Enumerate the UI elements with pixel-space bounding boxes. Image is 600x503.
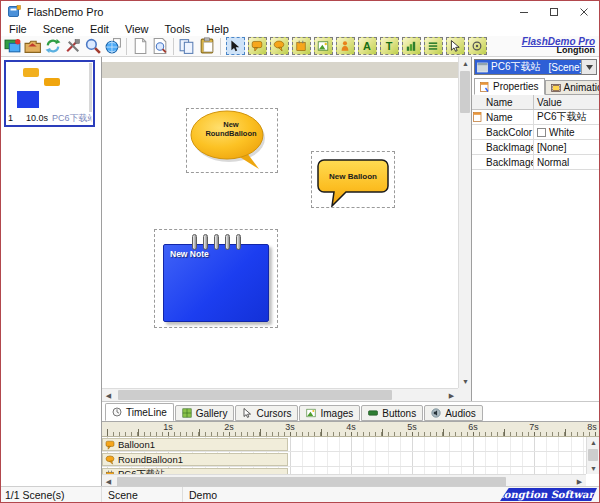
note-ring <box>203 234 208 250</box>
menu-edit[interactable]: Edit <box>82 22 117 36</box>
status-brand-banner: Longtion Software <box>500 488 597 501</box>
status-demo-label: Demo <box>183 489 500 501</box>
canvas-vertical-scrollbar[interactable]: ▲ ▼ <box>458 57 471 388</box>
properties-tab-bar: Properties Animation <box>474 78 597 95</box>
app-window: FlashDemo Pro File Scene Edit View Tools… <box>0 0 600 503</box>
scenes-panel: 1 10.0s PC6下载站 <box>1 57 102 486</box>
note-label: New Note <box>170 249 209 259</box>
balloon-object[interactable]: New Balloon <box>311 151 395 208</box>
selector-dropdown-button[interactable] <box>581 60 596 74</box>
close-button[interactable] <box>569 1 599 22</box>
ruler-label: 8s <box>586 422 598 432</box>
color-swatch <box>537 128 546 137</box>
copy-icon[interactable] <box>178 37 196 55</box>
property-value: Normal <box>537 157 569 168</box>
scroll-down-icon[interactable]: ▼ <box>587 463 600 474</box>
table-row[interactable]: BackColor White <box>472 125 599 140</box>
timeline-tracks: Balloon1 RoundBalloon1 PC6下载站 <box>102 437 586 474</box>
scene-thumbnail-label: 1 10.0s PC6下载站 <box>7 112 92 124</box>
tab-buttons[interactable]: Buttons <box>361 405 423 421</box>
table-row[interactable]: BackImageSty Normal <box>472 155 599 170</box>
zoom-icon[interactable] <box>84 37 102 55</box>
vertical-scroll-thumb[interactable] <box>460 71 470 113</box>
menu-help[interactable]: Help <box>198 22 237 36</box>
preview-icon[interactable] <box>151 37 169 55</box>
round-balloon-tool[interactable] <box>270 37 289 55</box>
image-tool[interactable] <box>314 37 333 55</box>
cursor-tool[interactable] <box>446 37 465 55</box>
tab-properties[interactable]: Properties <box>474 78 545 95</box>
tab-timeline-label: TimeLine <box>126 407 167 418</box>
note-ring <box>225 234 230 250</box>
buttons-icon <box>368 408 378 418</box>
ruler-label: 2s <box>223 422 235 432</box>
tab-audios[interactable]: Audios <box>424 405 483 421</box>
tab-gallery[interactable]: Gallery <box>175 405 235 421</box>
text-a-tool[interactable]: A <box>358 37 377 55</box>
property-name: BackImageSty <box>486 157 534 168</box>
web-preview-icon[interactable] <box>104 37 122 55</box>
header-value[interactable]: Value <box>534 95 599 109</box>
effect-tool[interactable] <box>468 37 487 55</box>
horizontal-scroll-thumb[interactable] <box>118 390 392 400</box>
scroll-up-icon[interactable]: ▲ <box>587 437 600 448</box>
tools-icon[interactable] <box>64 37 82 55</box>
new-scene-icon[interactable] <box>131 37 149 55</box>
table-row[interactable]: Name PC6下载站 <box>472 110 599 125</box>
menu-view[interactable]: View <box>117 22 157 36</box>
character-tool[interactable] <box>336 37 355 55</box>
ruler-label: 1s <box>162 422 174 432</box>
tab-cursors[interactable]: Cursors <box>235 405 298 421</box>
round-balloon-icon <box>105 455 115 465</box>
timeline-object-bar[interactable]: RoundBalloon1 <box>102 453 288 466</box>
tab-images-label: Images <box>320 408 353 419</box>
stage-margin <box>102 62 458 78</box>
scene-name: PC6下载站 <box>52 112 92 125</box>
note-shape: New Note <box>163 244 269 322</box>
balloon-tool[interactable] <box>248 37 267 55</box>
stage[interactable]: New RoundBalloon New Balloon <box>102 57 458 388</box>
canvas-horizontal-scrollbar[interactable]: ◀ ▶ <box>102 388 458 401</box>
menu-tools[interactable]: Tools <box>157 22 199 36</box>
status-scenes: 1/1 Scene(s) <box>1 487 102 502</box>
select-tool[interactable] <box>226 37 245 55</box>
chart-tool[interactable] <box>402 37 421 55</box>
note-tool[interactable] <box>292 37 311 55</box>
tab-timeline[interactable]: TimeLine <box>105 403 174 421</box>
balloon-label: New Balloon <box>318 160 388 192</box>
minimize-button[interactable] <box>509 1 539 22</box>
tab-images[interactable]: Images <box>299 405 360 421</box>
open-project-icon[interactable] <box>24 37 42 55</box>
media-gallery-icon[interactable] <box>4 37 22 55</box>
status-scene-label: Scene <box>102 487 183 502</box>
scene-thumbnail[interactable]: 1 10.0s PC6下载站 <box>4 60 95 127</box>
title-bar: FlashDemo Pro <box>1 1 599 22</box>
table-row[interactable]: BackImage [None] <box>472 140 599 155</box>
text-t-tool[interactable]: T <box>380 37 399 55</box>
header-name[interactable]: Name <box>472 95 534 109</box>
clock-icon <box>112 407 122 417</box>
ruler-label: 3s <box>284 422 296 432</box>
publish-icon[interactable] <box>44 37 62 55</box>
scrollbar-corner <box>458 388 471 401</box>
note-ring <box>192 234 197 250</box>
menu-list-tool[interactable] <box>424 37 443 55</box>
roundballoon-object[interactable]: New RoundBalloon <box>186 108 278 173</box>
canvas-area: New RoundBalloon New Balloon <box>102 57 471 401</box>
vertical-scroll-thumb[interactable] <box>588 449 598 461</box>
menu-file[interactable]: File <box>1 22 35 36</box>
maximize-button[interactable] <box>539 1 569 22</box>
brand-logo-subtitle: Longtion <box>522 46 595 55</box>
paste-icon[interactable] <box>198 37 216 55</box>
tab-animation[interactable]: Animation <box>545 80 600 95</box>
toolbar-separator <box>220 38 221 55</box>
object-selector[interactable]: PC6下载站 [Scene] <box>474 59 597 75</box>
timeline-vertical-scrollbar[interactable]: ▲ ▼ <box>586 437 599 474</box>
window-title: FlashDemo Pro <box>27 6 103 18</box>
menu-scene[interactable]: Scene <box>35 22 82 36</box>
properties-icon <box>480 82 490 92</box>
timeline-ruler[interactable]: 1s 2s 3s 4s 5s 6s 7s 8s <box>102 421 599 437</box>
note-object[interactable]: New Note <box>154 229 278 328</box>
gallery-icon <box>182 408 192 418</box>
timeline-object-bar[interactable]: Balloon1 <box>102 438 288 451</box>
